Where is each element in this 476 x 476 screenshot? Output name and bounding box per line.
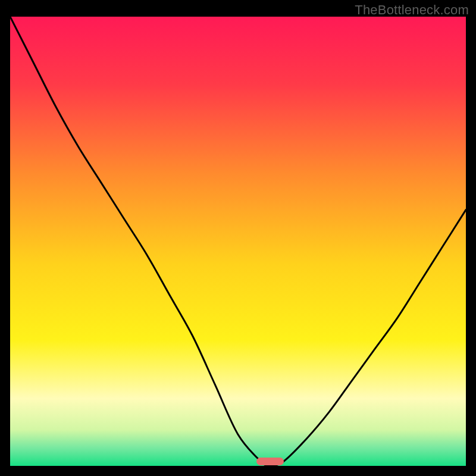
bottleneck-curve	[10, 17, 466, 466]
plot-area	[10, 17, 466, 466]
optimal-marker	[256, 458, 284, 465]
chart-frame: TheBottleneck.com	[0, 0, 476, 476]
watermark-text: TheBottleneck.com	[355, 2, 469, 18]
